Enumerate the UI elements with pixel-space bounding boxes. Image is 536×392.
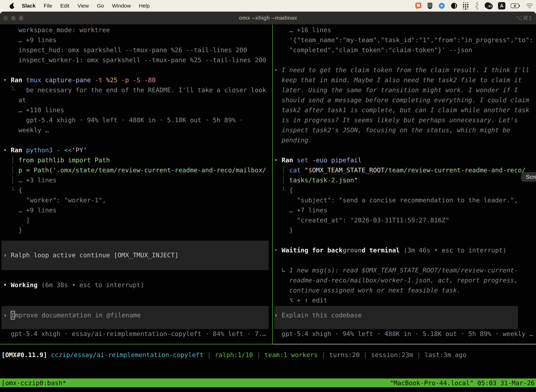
menu-status-area: ..61 A [415,0,533,12]
pane-divider[interactable] [272,25,273,344]
terminal-line: continue assigned work or next feasible … [274,285,461,295]
terminal-line: … +7 lines [274,205,327,215]
count-badge-icon[interactable]: ..61 [485,2,493,9]
battery-icon[interactable] [511,3,521,8]
terminal-line: should send a message before completing … [274,95,529,105]
apple-menu-icon[interactable] [9,2,15,9]
wifi-icon[interactable] [526,3,533,9]
screenshot-chip-label: Scre [526,174,536,180]
terminal-line: } [3,225,22,235]
left-pane-bottom-border [0,344,273,344]
terminal-line: … +9 lines [3,35,57,45]
tmux-status-bar: [omx-cczip0:bash* "MacBook-Pro-44.local"… [0,378,536,387]
terminal-line: • Working (6m 38s • esc to interrupt) [3,280,144,290]
terminal-line: pending. [274,135,312,145]
screenshot-chat-icon[interactable] [415,2,422,10]
terminal-line: └ { [274,185,293,195]
pie-crescent-icon[interactable] [450,2,458,9]
terminal-line: weekly … [3,125,49,135]
terminal-line: … +9 lines [3,205,57,215]
window-title: omx --xhigh --madmax [0,15,536,21]
terminal-line: "worker": "worker-1", [3,195,106,205]
terminal-line: inspect_hud: omx sparkshell --tmux-pane … [3,45,247,55]
terminal-line: ⌥ + ↑ edit [274,295,327,305]
dot-grid-icon[interactable] [463,2,469,10]
menu-item-view[interactable]: View [77,3,89,9]
menu-bar: Slack File Edit View Go Window Help [0,0,536,12]
dragon-icon[interactable] [474,2,479,10]
messenger-bolt-icon[interactable] [438,2,445,9]
terminal-area[interactable]: workspace_mode: worktree … +9 lines insp… [0,25,536,392]
terminal-line: ] [3,215,30,225]
terminal-line: • Ran set -euo pipefail [274,155,362,165]
terminal-line: • Waiting for background terminal (3m 46… [274,245,507,255]
terminal-line: gpt-5.4 xhigh · essay/ai-reimplementatio… [3,329,266,339]
terminal-line: readme-and-reco/mailbox/worker-1.json, a… [274,275,518,285]
terminal-line: gpt-5.4 xhigh · 94% left · 488K in · 5.1… [274,329,533,339]
count-badge-label: ..61 [486,3,493,9]
terminal-line: "subject": "send a concise recommendatio… [274,195,518,205]
window-titlebar[interactable]: omx --xhigh --madmax ⌥⌘1 [0,12,536,25]
terminal-line: is in progress? It seems likely but perh… [274,115,518,125]
window-shortcut-hint: ⌥⌘1 [516,15,532,21]
menu-app-name[interactable]: Slack [22,3,36,9]
letter-a-icon[interactable]: A [498,2,505,9]
terminal-line: … +16 lines [274,25,331,35]
terminal-line: • I need to get the claim token from the… [274,65,529,75]
terminal-line: inspect_worker-1: omx sparkshell --tmux-… [3,55,266,65]
terminal-line: ↳ 1 new msg(s): read $OMX_TEAM_STATE_ROO… [274,265,518,275]
terminal-line: │ from pathlib import Path [3,155,110,165]
terminal-line: } [274,225,293,235]
terminal-line: at [3,95,26,105]
terminal-line: • Ran tmux capture-pane -t %25 -p -S -80 [3,75,156,85]
tmux-host-clock-label: "MacBook-Pro-44.local" 05:03 31-Mar-26 [390,379,535,387]
terminal-line: keep that in mind. Maybe I also need the… [274,75,522,85]
terminal-line: └ { [3,185,22,195]
menu-item-window[interactable]: Window [112,3,131,9]
terminal-line: │ … +3 lines [3,175,57,185]
terminal-line: inspect task2's JSON, focusing on the st… [274,125,510,135]
terminal-line: │ cat "$OMX_TEAM_STATE_ROOT/team/review-… [274,165,526,175]
terminal-window: omx --xhigh --madmax ⌥⌘1 workspace_mode:… [0,12,536,392]
terminal-line: › Explain this codebase [274,310,362,320]
terminal-line: › Improve documentation in @filename [3,310,141,320]
terminal-line: … +110 lines [3,105,64,115]
terminal-line: • Ran python3 - <<'PY' [3,145,87,155]
menu-item-file[interactable]: File [44,3,52,9]
terminal-line: └ be necessary for the end of the README… [3,85,266,95]
terminal-line: [OMX#0.11.9] cczip/essay/ai-reimplementa… [1,350,466,360]
menu-item-help[interactable]: Help [139,3,150,9]
terminal-line: │ tasks/task-2.json" [274,175,358,185]
menu-item-edit[interactable]: Edit [60,3,69,9]
terminal-line: "completed","claim_token":"claim-token"}… [274,45,472,55]
terminal-line: gpt-5.4 xhigh · 94% left · 488K in · 5.1… [3,115,243,125]
keypad-shield-icon[interactable] [427,2,433,9]
terminal-line: "created_at": "2026-03-31T11:59:27.816Z" [274,215,449,225]
terminal-line: task2 after task1 is complete, but can I… [274,105,529,115]
terminal-line: '{"team_name":"my-team","task_id":"1","f… [274,35,533,45]
terminal-line: workspace_mode: worktree [3,25,110,35]
right-pane-bottom-border [273,344,536,344]
terminal-line: │ p = Path('.omx/state/team/review-curre… [3,165,266,175]
terminal-line: › Ralph loop active continue [OMX_TMUX_I… [3,250,178,260]
terminal-line: later. Using the same for transition mig… [274,85,518,95]
tmux-session-label: [omx-cczip0:bash* [1,379,66,387]
screenshot-chip-overlay[interactable]: Scre [522,172,536,182]
menu-item-go[interactable]: Go [97,3,104,9]
